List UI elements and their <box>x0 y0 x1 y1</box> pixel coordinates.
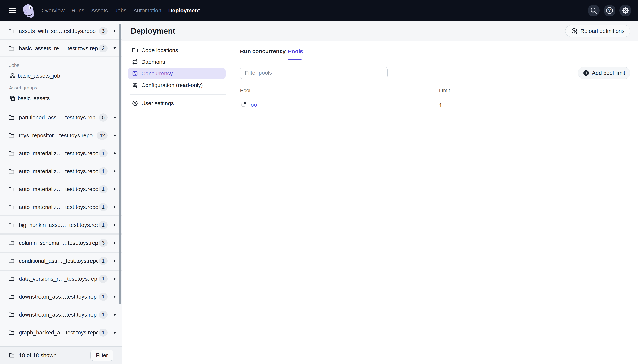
nav-link-deployment[interactable]: Deployment <box>168 8 200 14</box>
folder-icon <box>9 114 15 120</box>
chevron-right-icon <box>114 188 116 190</box>
repeat-icon <box>132 59 138 65</box>
code-location-row[interactable]: big_honkin_asse…_test.toys.rep 1 <box>0 216 122 234</box>
chevron-right-icon <box>114 278 116 280</box>
folder-icon <box>9 46 15 51</box>
nav-item-label: Code locations <box>141 47 178 54</box>
code-location-name: column_schema_…test.toys.rep <box>19 240 98 246</box>
code-location-row[interactable]: assets_with_se…test.toys.repo 3 <box>0 22 122 40</box>
code-location-row[interactable]: auto_materializ…_test.toys.repo 1 <box>0 145 122 162</box>
nav-divider <box>130 94 226 95</box>
code-location-name: assets_with_se…test.toys.repo <box>19 28 98 34</box>
code-location-row[interactable]: column_schema_…test.toys.rep 3 <box>0 234 122 252</box>
page-title: Deployment <box>131 26 175 36</box>
chevron-right-icon <box>114 224 116 226</box>
nav-item-code-locations[interactable]: Code locations <box>128 44 226 56</box>
hamburger-menu-icon[interactable] <box>9 8 16 14</box>
sidebar-scrollbar[interactable] <box>119 24 121 304</box>
nav-item-concurrency[interactable]: Concurrency <box>128 68 226 79</box>
deployment-settings-nav: Code locations Daemons Concurrency Confi… <box>122 41 230 364</box>
folder-icon <box>9 28 15 34</box>
nav-link-automation[interactable]: Automation <box>133 8 161 14</box>
folder-icon <box>9 312 15 318</box>
code-location-row[interactable]: downstream_ass…test.toys.rep 1 <box>0 306 122 323</box>
tab-pools[interactable]: Pools <box>288 48 303 54</box>
add-pool-limit-button[interactable]: Add pool limit <box>578 67 630 79</box>
concurrency-content: Run concurrency Pools Add pool limit Poo… <box>230 41 638 364</box>
code-location-row[interactable]: toys_repositor…test.toys.repo 42 <box>0 127 122 144</box>
column-divider <box>435 84 436 121</box>
sidebar-filter-button[interactable]: Filter <box>91 350 113 361</box>
folder-icon <box>9 150 15 156</box>
code-location-row[interactable]: partitioned_ass…_test.toys.rep 5 <box>0 109 122 126</box>
asset-group-item[interactable]: basic_assets <box>10 95 50 102</box>
page-header: Deployment Reload definitions <box>122 21 638 41</box>
expand-chevron[interactable] <box>108 331 122 334</box>
nav-item-label: User settings <box>141 100 174 106</box>
code-location-group-expanded: basic_assets_re…_test.toys.rep 2 Jobs ba… <box>0 40 122 105</box>
nav-item-user-settings[interactable]: User settings <box>128 97 226 109</box>
chevron-right-icon <box>114 134 116 137</box>
chevron-right-icon <box>114 152 116 155</box>
code-location-name: auto_materializ…_test.toys.repo <box>19 150 98 156</box>
nav-link-jobs[interactable]: Jobs <box>115 8 126 14</box>
count-badge: 1 <box>99 257 108 265</box>
nav-link-assets[interactable]: Assets <box>91 8 108 14</box>
code-location-row[interactable]: graph_backed_a…test.toys.repo 1 <box>0 324 122 341</box>
code-location-name: big_honkin_asse…_test.toys.rep <box>19 222 98 228</box>
nav-item-configuration[interactable]: Configuration (read-only) <box>128 79 226 91</box>
help-button[interactable] <box>603 4 615 16</box>
count-badge: 1 <box>99 293 108 301</box>
active-tab-indicator <box>288 58 302 60</box>
folder-icon <box>9 222 15 228</box>
chevron-down-icon <box>113 47 116 49</box>
nav-link-runs[interactable]: Runs <box>71 8 84 14</box>
code-location-row[interactable]: downstream_ass…test.toys.rep 1 <box>0 288 122 305</box>
folder-icon <box>9 276 15 282</box>
column-header-pool: Pool <box>240 88 250 94</box>
tab-run-concurrency[interactable]: Run concurrency <box>240 48 286 54</box>
pool-link[interactable]: foo <box>249 102 257 108</box>
code-location-name: downstream_ass…test.toys.rep <box>19 312 98 318</box>
jobs-section-label: Jobs <box>9 62 19 68</box>
asset-group-icon <box>10 96 15 101</box>
expand-chevron[interactable] <box>108 313 122 316</box>
folder-icon <box>9 132 15 138</box>
nav-item-label: Configuration (read-only) <box>141 82 203 88</box>
top-nav-actions <box>588 4 631 16</box>
column-header-limit: Limit <box>439 88 450 94</box>
code-location-name: basic_assets_re…_test.toys.rep <box>19 45 98 52</box>
chevron-right-icon <box>114 296 116 298</box>
count-badge: 1 <box>99 203 108 211</box>
code-location-name: auto_materializ…_test.toys.repo <box>19 168 98 174</box>
code-location-row[interactable]: auto_materializ…_test.toys.repo 1 <box>0 181 122 198</box>
dagster-logo[interactable] <box>22 4 36 18</box>
job-item[interactable]: basic_assets_job <box>10 72 60 79</box>
limit-value: 1 <box>439 102 442 108</box>
nav-link-overview[interactable]: Overview <box>42 8 65 14</box>
code-location-row[interactable]: data_versions_r…_test.toys.rep 1 <box>0 270 122 287</box>
filter-pools-input[interactable] <box>240 67 388 79</box>
code-locations-sidebar: assets_with_se…test.toys.repo 3 basic_as… <box>0 21 122 364</box>
asset-group-name: basic_assets <box>18 95 50 102</box>
pool-cell[interactable]: foo <box>240 102 257 108</box>
count-badge: 1 <box>99 185 108 193</box>
nav-item-daemons[interactable]: Daemons <box>128 56 226 68</box>
user-icon <box>132 100 138 106</box>
gear-icon <box>621 6 629 14</box>
folder-icon <box>9 240 15 246</box>
code-location-row[interactable]: basic_assets_re…_test.toys.rep 2 <box>0 40 122 56</box>
reload-definitions-button[interactable]: Reload definitions <box>565 25 630 37</box>
code-location-row[interactable]: auto_materializ…_test.toys.repo 1 <box>0 199 122 216</box>
search-button[interactable] <box>588 4 599 16</box>
folder-icon <box>9 258 15 264</box>
settings-button[interactable] <box>619 4 631 16</box>
code-location-row[interactable]: auto_materializ…_test.toys.repo 1 <box>0 163 122 180</box>
folder-icon <box>9 186 15 192</box>
chevron-right-icon <box>114 206 116 208</box>
code-location-name: conditional_ass…_test.toys.repo <box>19 258 98 264</box>
tune-sliders-icon <box>132 82 138 88</box>
code-location-row[interactable]: conditional_ass…_test.toys.repo 1 <box>0 252 122 270</box>
folder-icon <box>9 330 15 336</box>
job-icon <box>10 73 15 79</box>
